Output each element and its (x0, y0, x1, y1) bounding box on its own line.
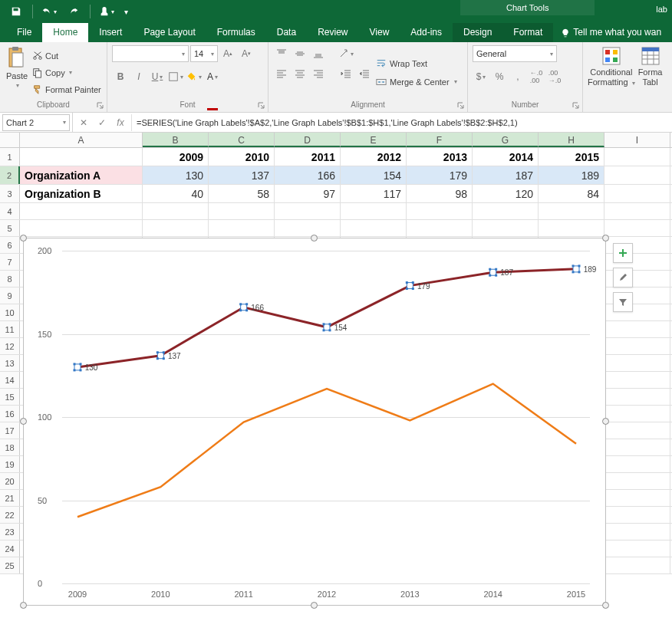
row-header-5[interactable]: 5 (0, 220, 20, 236)
chart-styles-button[interactable] (613, 268, 633, 288)
decrease-font-button[interactable]: A▾ (238, 45, 255, 62)
touchmode-button[interactable]: ▾ (95, 2, 118, 21)
chart-data-label[interactable]: 179 (417, 281, 430, 290)
row-header-16[interactable]: 16 (0, 406, 20, 422)
cell[interactable] (604, 490, 670, 506)
increase-indent-button[interactable] (356, 65, 373, 82)
col-header-b[interactable]: B (143, 133, 209, 147)
save-button[interactable] (5, 2, 28, 21)
cell[interactable] (407, 220, 473, 236)
row-header-18[interactable]: 18 (0, 439, 20, 455)
cell[interactable]: 187 (473, 166, 539, 184)
name-box[interactable]: Chart 2▾ (2, 114, 70, 131)
col-header-d[interactable]: D (275, 133, 341, 147)
increase-font-button[interactable]: A▴ (219, 45, 236, 62)
tellme-search[interactable]: Tell me what you wan (553, 23, 669, 42)
col-header-c[interactable]: C (209, 133, 275, 147)
chart-data-label[interactable]: 189 (584, 264, 597, 273)
cell[interactable] (275, 220, 341, 236)
chart-data-point-selected[interactable] (156, 351, 165, 360)
orientation-button[interactable]: ▾ (338, 45, 354, 62)
cell[interactable] (604, 185, 670, 202)
row-header-4[interactable]: 4 (0, 203, 20, 219)
chart-data-label[interactable]: 137 (168, 351, 181, 360)
font-name-dropdown[interactable]: ▾ (112, 45, 189, 62)
decrease-decimal-button[interactable]: .00→.0 (546, 68, 563, 85)
row-header-21[interactable]: 21 (0, 490, 20, 506)
row-header-25[interactable]: 25 (0, 557, 20, 573)
cell[interactable] (604, 220, 670, 236)
row-header-23[interactable]: 23 (0, 524, 20, 540)
chart-data-label[interactable]: 166 (251, 303, 264, 311)
chart-plot-area[interactable]: 0501001502002009201020112012201320142015… (24, 238, 605, 605)
cut-button[interactable]: Cut (32, 48, 101, 64)
row-header-10[interactable]: 10 (0, 304, 20, 320)
chart-data-point-selected[interactable] (323, 323, 331, 331)
chart-elements-button[interactable] (613, 243, 633, 263)
qat-customize-button[interactable]: ▾ (120, 2, 132, 21)
cell[interactable]: 154 (341, 166, 407, 184)
formula-input[interactable]: =SERIES('Line Graph Labels'!$A$2,'Line G… (131, 114, 672, 131)
tab-formulas[interactable]: Formulas (206, 23, 266, 42)
row-header-22[interactable]: 22 (0, 507, 20, 523)
accounting-button[interactable]: $▾ (473, 68, 489, 85)
enter-formula-button[interactable]: ✓ (96, 117, 108, 129)
cell[interactable] (539, 203, 604, 219)
tab-design[interactable]: Design (453, 23, 502, 42)
comma-button[interactable]: , (509, 68, 526, 85)
cell[interactable] (20, 220, 143, 236)
cell[interactable] (604, 355, 670, 371)
chart-data-label[interactable]: 187 (500, 268, 513, 277)
wrap-text-button[interactable]: Wrap Text (376, 56, 457, 71)
row-header-9[interactable]: 9 (0, 288, 20, 304)
row-header-15[interactable]: 15 (0, 389, 20, 405)
cell[interactable] (473, 220, 539, 236)
conditional-formatting-button[interactable]: Conditional Formatting ▾ (588, 45, 635, 109)
cell[interactable]: 189 (539, 166, 604, 184)
decrease-indent-button[interactable] (338, 65, 354, 82)
cell[interactable] (604, 338, 670, 354)
row-header-13[interactable]: 13 (0, 355, 20, 371)
cell[interactable] (20, 203, 143, 219)
cell[interactable] (604, 321, 670, 337)
col-header-e[interactable]: E (341, 133, 407, 147)
underline-button[interactable]: U▾ (149, 68, 166, 85)
align-left-button[interactable] (273, 65, 290, 82)
cell[interactable] (143, 203, 209, 219)
cell[interactable]: 117 (341, 185, 407, 202)
cell[interactable]: 137 (209, 166, 275, 184)
align-right-button[interactable] (310, 65, 327, 82)
cell[interactable]: 2013 (407, 148, 473, 166)
cell[interactable] (604, 524, 670, 540)
chart-object[interactable]: 0501001502002009201020112012201320142015… (23, 238, 606, 606)
cell[interactable]: 2009 (143, 148, 209, 166)
cell[interactable] (604, 372, 670, 388)
number-format-dropdown[interactable]: General▾ (473, 45, 557, 62)
tab-page-layout[interactable]: Page Layout (133, 23, 206, 42)
cell[interactable] (539, 220, 604, 236)
select-all-corner[interactable] (0, 133, 20, 147)
cell[interactable]: 40 (143, 185, 209, 202)
number-dialog-launcher[interactable] (572, 101, 581, 110)
percent-button[interactable]: % (491, 68, 508, 85)
tab-review[interactable]: Review (307, 23, 358, 42)
cell[interactable]: 97 (275, 185, 341, 202)
cell[interactable] (275, 203, 341, 219)
cell[interactable]: 120 (473, 185, 539, 202)
tab-data[interactable]: Data (266, 23, 307, 42)
chart-data-point-selected[interactable] (406, 281, 414, 290)
cell[interactable] (209, 220, 275, 236)
fill-color-button[interactable]: ▾ (186, 68, 203, 85)
row-header-24[interactable]: 24 (0, 540, 20, 557)
row-header-7[interactable]: 7 (0, 254, 20, 270)
row-header-17[interactable]: 17 (0, 422, 20, 439)
cell[interactable]: 2011 (275, 148, 341, 166)
font-size-dropdown[interactable]: 14▾ (190, 45, 218, 62)
cell[interactable] (604, 507, 670, 523)
font-color-button[interactable]: A▾ (204, 68, 221, 85)
undo-button[interactable]: ▾ (38, 2, 61, 21)
cell[interactable]: 2015 (539, 148, 604, 166)
chart-filter-button[interactable] (613, 292, 633, 312)
cell[interactable] (341, 220, 407, 236)
cell[interactable] (604, 439, 670, 455)
